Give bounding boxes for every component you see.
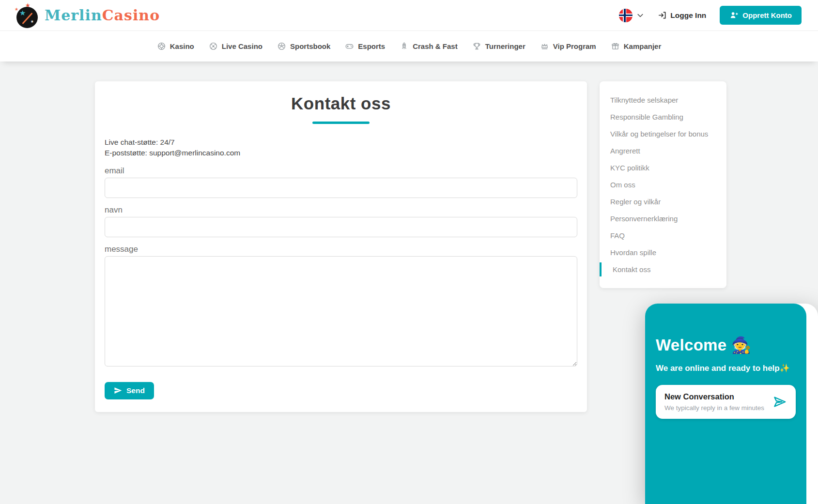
crown-icon bbox=[540, 42, 549, 51]
sidebar-item-kontakt-oss-active[interactable]: Kontakt oss bbox=[600, 261, 726, 278]
message-field[interactable] bbox=[105, 256, 577, 367]
magic-wand-icon: ★ ★ ★ ★ bbox=[14, 1, 40, 30]
casino-chip-icon bbox=[157, 42, 166, 51]
login-icon bbox=[658, 11, 667, 20]
new-conversation-button[interactable]: New Conversation We typically reply in a… bbox=[656, 385, 796, 419]
nav-item-kampanjer[interactable]: Kampanjer bbox=[611, 42, 662, 51]
nav-label: Kampanjer bbox=[624, 42, 662, 50]
signup-label: Opprett Konto bbox=[742, 11, 792, 19]
title-underline bbox=[312, 122, 370, 124]
sidebar-item-faq[interactable]: FAQ bbox=[600, 227, 726, 244]
sidebar-item-om-oss[interactable]: Om oss bbox=[600, 176, 726, 193]
new-conversation-subtitle: We typically reply in a few minutes bbox=[664, 404, 764, 412]
norway-flag-icon bbox=[619, 9, 633, 22]
nav-item-crash-fast[interactable]: Crash & Fast bbox=[400, 42, 458, 51]
nav-label: Crash & Fast bbox=[413, 42, 458, 50]
nav-item-live-casino[interactable]: Live Casino bbox=[209, 42, 262, 51]
gamepad-icon bbox=[345, 42, 354, 51]
header-actions: Logge Inn Opprett Konto bbox=[619, 6, 802, 25]
support-info: Live chat-støtte: 24/7 E-poststøtte: sup… bbox=[105, 137, 577, 159]
nav-label: Sportsbook bbox=[290, 42, 330, 50]
message-label: message bbox=[105, 244, 577, 254]
gift-icon bbox=[611, 42, 620, 51]
nav-item-sportsbook[interactable]: Sportsbook bbox=[277, 42, 330, 51]
chat-online-status: We are online and ready to help✨ bbox=[656, 363, 796, 373]
nav-item-turneringer[interactable]: Turneringer bbox=[472, 42, 525, 51]
nav-label: Kasino bbox=[170, 42, 194, 50]
main-nav: Kasino Live Casino Sportsbook Esports Cr… bbox=[0, 31, 818, 61]
brand-name-secondary: Casino bbox=[102, 7, 160, 24]
user-plus-icon bbox=[729, 11, 739, 20]
sidebar-item-tilknyttede-selskaper[interactable]: Tilknyttede selskaper bbox=[600, 92, 726, 108]
email-field[interactable] bbox=[105, 178, 577, 198]
info-sidebar: Tilknyttede selskaper Responsible Gambli… bbox=[600, 81, 726, 288]
brand-name: MerlinCasino bbox=[45, 7, 160, 24]
trophy-icon bbox=[472, 42, 481, 51]
new-conversation-title: New Conversation bbox=[664, 392, 764, 401]
header: ★ ★ ★ ★ MerlinCasino Logge Inn Opprett K… bbox=[0, 0, 818, 31]
sidebar-item-responsible-gambling[interactable]: Responsible Gambling bbox=[600, 108, 726, 125]
sidebar-item-hvordan-spille[interactable]: Hvordan spille bbox=[600, 244, 726, 261]
language-selector[interactable] bbox=[619, 9, 644, 22]
paper-plane-icon bbox=[772, 395, 787, 409]
name-label: navn bbox=[105, 205, 577, 215]
sidebar-item-kyc-politikk[interactable]: KYC politikk bbox=[600, 159, 726, 176]
sports-ball-icon bbox=[277, 42, 286, 51]
logo[interactable]: ★ ★ ★ ★ MerlinCasino bbox=[14, 1, 160, 30]
send-button[interactable]: Send bbox=[105, 382, 154, 399]
contact-form: email navn message Send bbox=[105, 166, 577, 399]
nav-label: Turneringer bbox=[485, 42, 525, 50]
nav-label: Live Casino bbox=[222, 42, 262, 50]
sidebar-item-regler-og-vilkar[interactable]: Regler og vilkår bbox=[600, 193, 726, 210]
active-item-indicator bbox=[600, 262, 602, 276]
nav-label: Esports bbox=[358, 42, 385, 50]
login-button[interactable]: Logge Inn bbox=[658, 11, 706, 20]
brand-name-primary: Merlin bbox=[45, 7, 102, 24]
nav-label: Vip Program bbox=[553, 42, 596, 50]
contact-card: Kontakt oss Live chat-støtte: 24/7 E-pos… bbox=[95, 81, 587, 412]
email-support-line: E-poststøtte: support@merlincasino.com bbox=[105, 148, 577, 158]
chat-header-panel: Welcome 🧙 We are online and ready to hel… bbox=[645, 304, 806, 504]
email-label: email bbox=[105, 166, 577, 176]
sidebar-item-personvernerklaering[interactable]: Personvernerklæring bbox=[600, 210, 726, 227]
live-chat-support-line: Live chat-støtte: 24/7 bbox=[105, 137, 577, 148]
name-field[interactable] bbox=[105, 217, 577, 237]
send-label: Send bbox=[126, 386, 145, 395]
send-plane-icon bbox=[114, 386, 122, 395]
chat-welcome-title: Welcome 🧙 bbox=[656, 336, 796, 354]
chat-widget: Welcome 🧙 We are online and ready to hel… bbox=[645, 304, 818, 504]
sidebar-item-vilkar-bonus[interactable]: Vilkår og betingelser for bonus bbox=[600, 125, 726, 142]
nav-item-kasino[interactable]: Kasino bbox=[157, 42, 194, 51]
rocket-icon bbox=[400, 42, 409, 51]
nav-item-vip-program[interactable]: Vip Program bbox=[540, 42, 596, 51]
chevron-down-icon bbox=[636, 12, 644, 19]
sidebar-item-angrerett[interactable]: Angrerett bbox=[600, 142, 726, 159]
page-title: Kontakt oss bbox=[105, 94, 577, 113]
signup-button[interactable]: Opprett Konto bbox=[720, 6, 802, 25]
nav-item-esports[interactable]: Esports bbox=[345, 42, 385, 51]
live-casino-chip-icon bbox=[209, 42, 218, 51]
login-label: Logge Inn bbox=[670, 11, 706, 20]
